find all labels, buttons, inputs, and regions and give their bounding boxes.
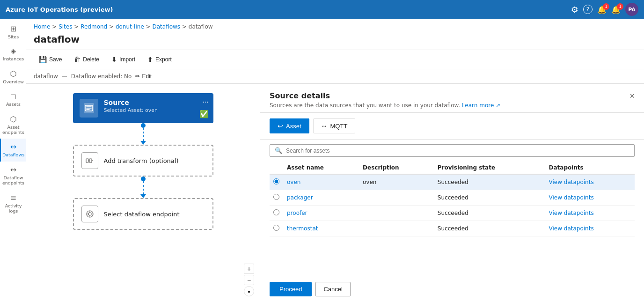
source-details-panel: Source details Sources are the data sour… [260,84,644,302]
canvas: Source Selected Asset: oven ··· ✅ [26,84,260,302]
delete-button[interactable]: 🗑 Delete [69,53,104,66]
source-node-more-button[interactable]: ··· [202,98,208,106]
sidebar-label-instances: Instances [3,56,24,61]
svg-rect-2 [86,159,88,162]
asset-tab-icon: ↩ [278,122,283,130]
connector-dot-1 [141,123,146,128]
zoom-in-button[interactable]: + [244,264,254,274]
import-button[interactable]: ⬇ Import [106,53,140,66]
source-node-check-icon: ✅ [199,110,209,118]
page-title: dataflow [26,32,644,50]
flow-name-label: dataflow [34,73,58,80]
proceed-button[interactable]: Proceed [270,282,312,296]
asset-radio-thermostat[interactable] [273,225,279,231]
sidebar-label-sites: Sites [8,34,19,39]
sidebar-item-asset-endpoints[interactable]: ⬡ Asset endpoints [0,111,26,139]
sidebar-label-dataflows: Dataflows [2,152,24,157]
connector-2 [73,177,213,198]
sidebar-label-dataflow-endpoints: Dataflow endpoints [2,175,24,186]
connector-dot-2 [141,177,146,181]
cancel-button[interactable]: Cancel [315,282,350,296]
view-datapoints-packager[interactable]: View datapoints [549,194,593,201]
sidebar-label-overview: Overview [3,79,24,84]
asset-radio-proofer[interactable] [273,209,279,215]
help-icon[interactable]: ? [583,5,593,14]
topbar-icons: ⚙ ? 🔔1 🔔1 PA [571,3,638,16]
sidebar-label-assets: Assets [6,102,21,107]
workspace: Source Selected Asset: oven ··· ✅ [26,84,644,302]
avatar[interactable]: PA [625,3,638,16]
tab-asset[interactable]: ↩ Asset [270,118,309,133]
search-input[interactable] [286,147,629,154]
panel-close-button[interactable]: × [629,91,635,101]
breadcrumb-dataflows[interactable]: Dataflows [152,23,180,30]
transform-node-label: Add transform (optional) [104,157,179,164]
breadcrumb-home[interactable]: Home [34,23,50,30]
sidebar-item-instances[interactable]: ◈ Instances [0,43,26,65]
bell-badge: 1 [603,3,609,10]
sidebar-item-sites[interactable]: ⊞ Sites [0,21,26,43]
export-icon: ⬆ [147,56,153,63]
transform-node[interactable]: Add transform (optional) [73,145,213,177]
view-datapoints-oven[interactable]: View datapoints [549,179,593,185]
svg-rect-3 [89,159,92,162]
col-datapoints: Datapoints [545,162,635,174]
panel-header: Source details Sources are the data sour… [260,84,644,113]
endpoint-node[interactable]: Select dataflow endpoint [73,198,213,230]
import-icon: ⬇ [111,56,117,63]
col-description: Description [359,162,434,174]
connector-line-1 [143,128,144,141]
notification-bell-icon[interactable]: 🔔1 [597,5,607,14]
asset-name-oven[interactable]: oven [287,179,300,185]
asset-name-proofer[interactable]: proofer [287,210,307,216]
asset-radio-packager[interactable] [273,194,279,200]
asset-radio-oven[interactable] [273,178,279,184]
alert-icon[interactable]: 🔔1 [611,5,621,14]
source-node[interactable]: Source Selected Asset: oven ··· ✅ [73,93,213,123]
edit-icon: ✏ [135,73,140,80]
panel-footer: Proceed Cancel [260,276,644,302]
breadcrumb-redmond[interactable]: Redmond [80,23,107,30]
zoom-center-button[interactable]: ● [244,286,254,296]
breadcrumb-sites[interactable]: Sites [59,23,72,30]
sidebar-item-activity-logs[interactable]: ≡ Activity logs [0,190,26,218]
sub-breadcrumb: dataflow — Dataflow enabled: No ✏ Edit [26,69,644,84]
dataflow-endpoints-icon: ↔ [10,165,16,174]
asset-name-packager[interactable]: packager [287,194,313,201]
transform-node-icon [81,152,98,169]
save-button[interactable]: 💾 Save [34,53,67,66]
zoom-controls: + − ● [244,264,254,296]
sites-icon: ⊞ [10,24,16,33]
settings-icon[interactable]: ⚙ [571,5,578,15]
dataflow-status: Dataflow enabled: No [71,73,132,80]
learn-more-link[interactable]: Learn more ↗ [462,102,500,109]
breadcrumb-donut-line[interactable]: donut-line [116,23,144,30]
table-row: oven oven Succeeded View datapoints [270,174,635,190]
edit-button[interactable]: ✏ Edit [135,73,152,80]
sidebar-item-assets[interactable]: ◻ Assets [0,88,26,110]
connector-arrow-1 [140,141,146,145]
col-asset-name: Asset name [283,162,359,174]
export-button[interactable]: ⬆ Export [142,53,177,66]
search-icon: 🔍 [275,147,282,154]
sidebar-item-dataflows[interactable]: ↔ Dataflows [0,139,26,161]
assets-icon: ◻ [10,92,16,101]
dataflows-icon: ↔ [10,142,16,151]
sidebar-item-dataflow-endpoints[interactable]: ↔ Dataflow endpoints [0,162,26,190]
breadcrumb-current: dataflow [189,23,213,30]
tab-mqtt[interactable]: ↔ MQTT [313,118,356,133]
table-row: packager Succeeded View datapoints [270,190,635,206]
panel-title: Source details [270,91,500,100]
sidebar-label-activity-logs: Activity logs [3,203,24,214]
zoom-out-button[interactable]: − [244,275,254,285]
mqtt-tab-icon: ↔ [321,122,328,130]
alert-badge: 1 [617,3,623,10]
toolbar: 💾 Save 🗑 Delete ⬇ Import ⬆ Export [26,50,644,69]
topbar: Azure IoT Operations (preview) ⚙ ? 🔔1 🔔1… [0,0,644,19]
view-datapoints-thermostat[interactable]: View datapoints [549,225,593,232]
table-row: proofer Succeeded View datapoints [270,206,635,221]
sidebar-item-overview[interactable]: ⬡ Overview [0,66,26,88]
view-datapoints-proofer[interactable]: View datapoints [549,210,593,216]
table-row: thermostat Succeeded View datapoints [270,221,635,236]
asset-name-thermostat[interactable]: thermostat [287,225,318,232]
